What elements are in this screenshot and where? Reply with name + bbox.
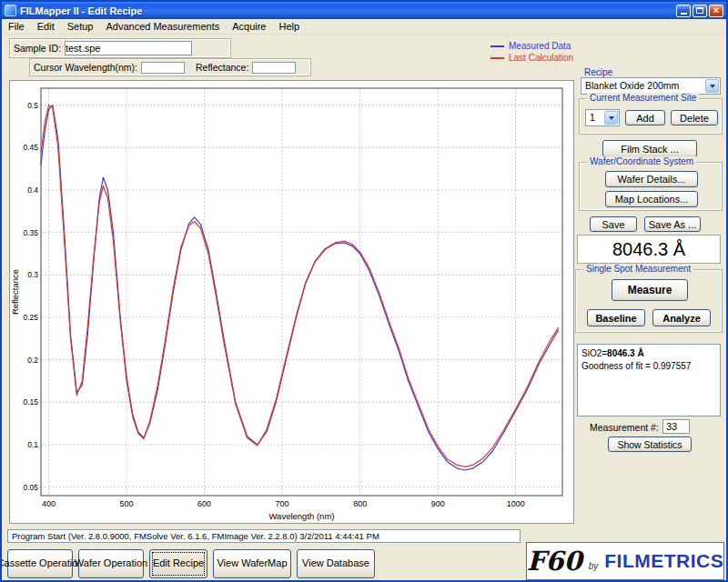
svg-text:0.4: 0.4 xyxy=(27,186,38,195)
reflectance-chart[interactable]: 40050060070080090010000.050.10.150.20.25… xyxy=(10,81,573,523)
delete-site-button[interactable]: Delete xyxy=(671,110,718,125)
chevron-down-icon[interactable] xyxy=(705,79,719,93)
svg-text:400: 400 xyxy=(42,499,56,508)
window-title: FILMapper II - Edit Recipe xyxy=(20,5,676,16)
maximize-button[interactable] xyxy=(693,5,707,17)
menu-item-setup[interactable]: Setup xyxy=(61,20,100,33)
cursor-reflectance-label: Reflectance: xyxy=(196,62,248,73)
status-bar: Program Start (Ver. 2.8.0.9000, FMSolve … xyxy=(7,529,521,543)
cursor-wavelength-field[interactable] xyxy=(141,62,185,74)
logo-by-text: by xyxy=(589,561,599,571)
save-as-button[interactable]: Save As ... xyxy=(644,216,701,232)
measurement-site-group-label: Current Measurement Site xyxy=(587,93,699,103)
svg-text:0.15: 0.15 xyxy=(23,397,38,406)
svg-text:0.1: 0.1 xyxy=(27,440,38,449)
nav-cassette-operation-button[interactable]: Cassette Operation xyxy=(7,549,73,578)
svg-text:1000: 1000 xyxy=(507,499,525,508)
chart-panel[interactable]: 40050060070080090010000.050.10.150.20.25… xyxy=(9,80,574,524)
map-locations-button[interactable]: Map Locations... xyxy=(605,191,698,207)
measurement-site-group: Current Measurement Site 1 Add Delete xyxy=(579,98,723,135)
measurement-number-label: Measurement #: xyxy=(590,422,659,433)
svg-text:Reflectance: Reflectance xyxy=(10,269,20,315)
single-spot-group-label: Single Spot Measurement xyxy=(583,264,693,274)
nav-wafer-operation-button[interactable]: Wafer Operation xyxy=(78,549,144,578)
svg-text:Wavelength (nm): Wavelength (nm) xyxy=(269,511,335,521)
legend-calculation-label: Last Calculation xyxy=(509,53,573,63)
add-site-button[interactable]: Add xyxy=(625,110,665,125)
wafer-coordinate-group-label: Wafer/Coordinate System xyxy=(587,156,696,166)
title-bar: FILMapper II - Edit Recipe × xyxy=(2,2,726,19)
film-stack-button[interactable]: Film Stack ... xyxy=(602,140,697,157)
instrument-logo: F60 by FILMETRICS xyxy=(526,542,724,580)
baseline-button[interactable]: Baseline xyxy=(587,309,645,326)
sample-id-input[interactable] xyxy=(65,41,192,55)
recipe-selected-value: Blanket Oxide 200mm xyxy=(581,78,720,91)
fit-thickness-line: SiO2=8046.3 Å xyxy=(581,347,716,360)
recipe-label: Recipe xyxy=(584,67,612,77)
sample-id-group: Sample ID: xyxy=(9,38,231,58)
cursor-reflectance-field[interactable] xyxy=(252,62,296,74)
svg-text:800: 800 xyxy=(353,499,367,508)
svg-text:0.2: 0.2 xyxy=(27,356,38,365)
goodness-of-fit-line: Goodness of fit = 0.997557 xyxy=(581,360,716,373)
close-button[interactable]: × xyxy=(709,5,723,17)
app-icon xyxy=(5,5,16,16)
app-window: FILMapper II - Edit Recipe × File Edit S… xyxy=(0,0,728,582)
filmetrics-logo-text: FILMETRICS xyxy=(604,550,723,572)
measurement-number-field[interactable] xyxy=(662,419,690,434)
menu-item-acquire[interactable]: Acquire xyxy=(226,20,272,33)
svg-text:0.5: 0.5 xyxy=(27,101,38,110)
site-dropdown[interactable]: 1 xyxy=(585,109,620,126)
minimize-button[interactable] xyxy=(676,5,691,17)
svg-text:0.3: 0.3 xyxy=(27,270,38,279)
save-button[interactable]: Save xyxy=(590,216,637,232)
menu-item-help[interactable]: Help xyxy=(272,20,306,33)
thickness-result-display: 8046.3 Å xyxy=(577,235,721,264)
legend-calculation: Last Calculation xyxy=(490,52,573,64)
nav-view-wafermap-button[interactable]: View WaferMap xyxy=(213,549,291,578)
svg-text:700: 700 xyxy=(276,499,289,508)
cursor-readout-group: Cursor Wavelength(nm): Reflectance: xyxy=(29,58,311,76)
svg-text:500: 500 xyxy=(120,499,134,508)
fit-results-box: SiO2=8046.3 Å Goodness of fit = 0.997557 xyxy=(577,344,721,416)
chart-legend: Measured Data Last Calculation xyxy=(490,40,573,64)
wafer-coordinate-group: Wafer/Coordinate System Wafer Details...… xyxy=(579,162,723,211)
single-spot-group: Single Spot Measurement Measure Baseline… xyxy=(575,269,723,333)
menu-item-advanced-measurements[interactable]: Advanced Measurements xyxy=(99,20,226,33)
measure-button[interactable]: Measure xyxy=(612,279,688,301)
svg-text:900: 900 xyxy=(431,499,445,508)
maximize-icon xyxy=(696,7,703,14)
svg-text:0.05: 0.05 xyxy=(23,483,38,492)
svg-text:0.35: 0.35 xyxy=(23,228,38,237)
legend-measured: Measured Data xyxy=(490,40,573,52)
chevron-down-icon[interactable] xyxy=(604,111,618,125)
measured-line-swatch xyxy=(490,45,504,47)
nav-view-database-button[interactable]: View Database xyxy=(297,549,375,578)
svg-text:600: 600 xyxy=(197,499,211,508)
svg-text:0.25: 0.25 xyxy=(23,313,38,322)
calculation-line-swatch xyxy=(490,57,504,59)
nav-edit-recipe-button[interactable]: Edit Recipe xyxy=(149,549,207,578)
f60-logo-text: F60 xyxy=(527,546,582,577)
analyze-button[interactable]: Analyze xyxy=(652,309,711,326)
cursor-wavelength-label: Cursor Wavelength(nm): xyxy=(34,62,137,73)
menu-item-file[interactable]: File xyxy=(2,20,31,33)
svg-text:0.45: 0.45 xyxy=(23,143,38,152)
menu-bar: File Edit Setup Advanced Measurements Ac… xyxy=(2,19,726,35)
minimize-icon xyxy=(681,13,687,15)
sample-id-label: Sample ID: xyxy=(14,43,61,54)
wafer-details-button[interactable]: Wafer Details... xyxy=(605,171,698,187)
show-statistics-button[interactable]: Show Statistics xyxy=(608,436,692,452)
menu-item-edit[interactable]: Edit xyxy=(31,20,61,33)
legend-measured-label: Measured Data xyxy=(509,41,571,51)
